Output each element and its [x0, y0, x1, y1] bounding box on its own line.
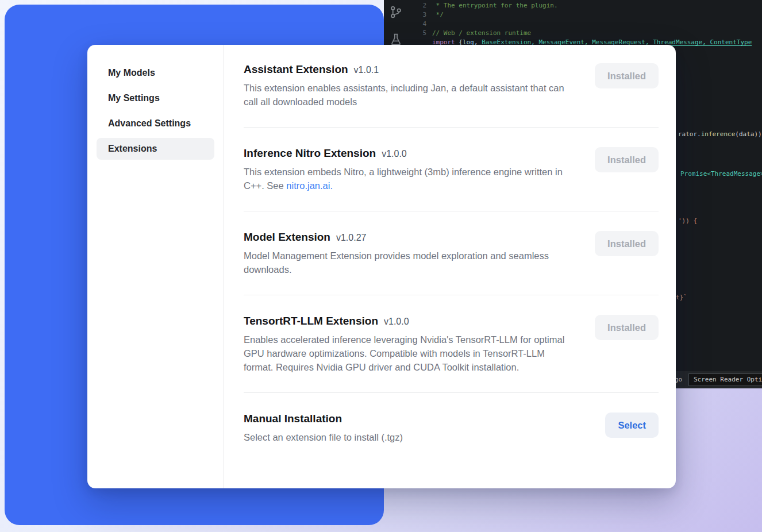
extension-row: Inference Nitro Extensionv1.0.0 This ext…	[244, 128, 659, 211]
extension-title: Model Extensionv1.0.27	[244, 231, 576, 244]
line-number: 3	[409, 10, 426, 20]
manual-installation-description: Select an extension file to install (.tg…	[244, 430, 403, 444]
code-line-comment: */	[432, 10, 444, 20]
line-number: 5	[409, 29, 426, 38]
extension-title: Assistant Extensionv1.0.1	[244, 63, 576, 76]
extension-row: Assistant Extensionv1.0.1 This extension…	[244, 45, 659, 128]
sidebar: My Models My Settings Advanced Settings …	[87, 45, 224, 488]
extension-row: TensortRT-LLM Extensionv1.0.0 Enables ac…	[244, 295, 659, 393]
extension-name: Model Extension	[244, 231, 330, 243]
code-fragment: t}`	[676, 293, 687, 302]
extension-version: v1.0.27	[336, 233, 366, 242]
manual-installation-info: Manual Installation Select an extension …	[244, 413, 403, 444]
line-numbers: 2 3 4 5	[409, 1, 426, 38]
sidebar-item-advanced-settings[interactable]: Advanced Settings	[97, 113, 214, 134]
extension-version: v1.0.1	[354, 65, 379, 75]
line-number: 4	[409, 20, 426, 29]
extension-description: Model Management Extension provides mode…	[244, 249, 576, 276]
extension-version: v1.0.0	[384, 317, 409, 326]
code-fragment: rator.inference(data));	[678, 130, 762, 139]
code-line-comment: * The entrypoint for the plugin.	[432, 1, 558, 10]
code-fragment: Promise<ThreadMessage>	[680, 169, 762, 179]
nitro-link[interactable]: nitro.jan.ai.	[286, 180, 333, 191]
page-background: 2 3 4 5 * The entrypoint for the plugin.…	[0, 0, 762, 532]
sidebar-item-my-models[interactable]: My Models	[97, 62, 214, 84]
settings-modal: My Models My Settings Advanced Settings …	[87, 45, 676, 488]
extension-info: TensortRT-LLM Extensionv1.0.0 Enables ac…	[244, 315, 576, 374]
extension-title: Inference Nitro Extensionv1.0.0	[244, 147, 576, 160]
installed-button[interactable]: Installed	[595, 231, 659, 256]
extension-info: Model Extensionv1.0.27 Model Management …	[244, 231, 576, 276]
extension-row: Model Extensionv1.0.27 Model Management …	[244, 211, 659, 295]
manual-installation-title: Manual Installation	[244, 413, 403, 425]
code-fragment: ')) {	[678, 217, 697, 226]
extension-name: Assistant Extension	[244, 63, 348, 75]
extension-name: Inference Nitro Extension	[244, 147, 376, 159]
screen-reader-badge: Screen Reader Optimized	[688, 373, 762, 386]
extension-title: TensortRT-LLM Extensionv1.0.0	[244, 315, 576, 327]
installed-button[interactable]: Installed	[595, 147, 659, 172]
extension-info: Inference Nitro Extensionv1.0.0 This ext…	[244, 147, 576, 192]
extension-description: Enables accelerated inference leveraging…	[244, 333, 576, 374]
extensions-panel: Assistant Extensionv1.0.1 This extension…	[224, 45, 676, 488]
manual-installation-row: Manual Installation Select an extension …	[244, 393, 659, 462]
select-button[interactable]: Select	[605, 413, 659, 438]
source-control-icon[interactable]	[389, 5, 403, 19]
code-line-comment: // Web / extension runtime	[432, 29, 531, 38]
sidebar-item-my-settings[interactable]: My Settings	[97, 87, 214, 109]
line-number: 2	[409, 1, 426, 10]
extension-version: v1.0.0	[382, 149, 407, 159]
extension-info: Assistant Extensionv1.0.1 This extension…	[244, 63, 576, 109]
extension-name: TensortRT-LLM Extension	[244, 315, 378, 327]
extension-description: This extension enables assistants, inclu…	[244, 81, 576, 109]
installed-button[interactable]: Installed	[595, 315, 659, 340]
sidebar-item-extensions[interactable]: Extensions	[97, 138, 214, 160]
extension-description: This extension embeds Nitro, a lightweig…	[244, 165, 576, 192]
installed-button[interactable]: Installed	[595, 63, 659, 88]
